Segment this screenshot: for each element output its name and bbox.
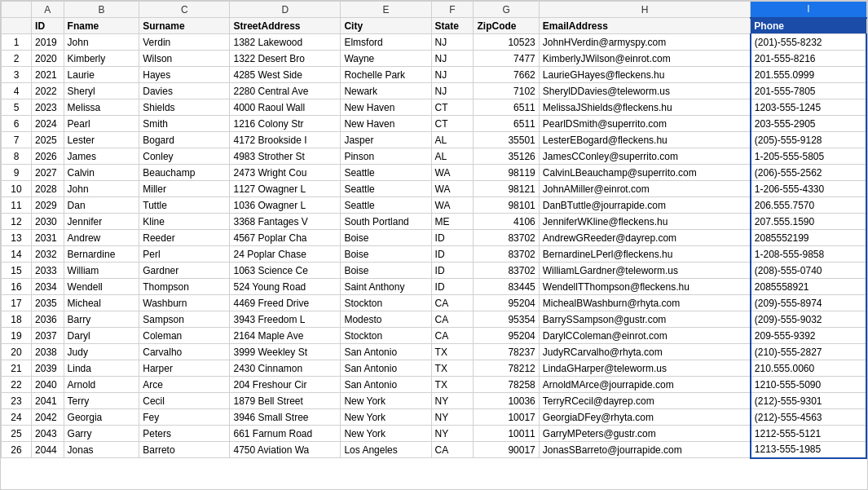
cell-surname[interactable]: Verdin (139, 34, 230, 51)
cell-zip[interactable]: 98119 (474, 165, 539, 181)
cell-fname[interactable]: Melissa (64, 99, 139, 116)
cell-zip[interactable]: 98101 (474, 197, 539, 214)
cell-street[interactable]: 4469 Freed Drive (230, 295, 341, 311)
cell-state[interactable]: NJ (431, 34, 474, 51)
cell-email[interactable]: JonasSBarreto@jourrapide.com (539, 442, 751, 458)
cell-phone[interactable]: 1-208-555-9858 (751, 246, 866, 263)
cell-phone[interactable]: (210)-555-2827 (751, 344, 866, 360)
cell-id[interactable]: 2028 (32, 181, 64, 197)
cell-id[interactable]: 2043 (32, 426, 64, 442)
cell-city[interactable]: San Antonio (341, 377, 431, 393)
cell-street[interactable]: 4750 Aviation Wa (230, 442, 341, 458)
cell-fname[interactable]: John (64, 34, 139, 51)
cell-email[interactable]: GeorgiaDFey@rhyta.com (539, 409, 751, 426)
cell-surname[interactable]: Thompson (139, 279, 230, 295)
cell-id[interactable]: 2020 (32, 51, 64, 67)
cell-surname[interactable]: Smith (139, 116, 230, 132)
cell-zip[interactable]: 6511 (474, 99, 539, 116)
cell-id[interactable]: 2024 (32, 116, 64, 132)
cell-surname[interactable]: Beauchamp (139, 165, 230, 181)
cell-city[interactable]: South Portland (341, 214, 431, 230)
cell-fname[interactable]: Georgia (64, 409, 139, 426)
cell-fname[interactable]: Terry (64, 393, 139, 409)
cell-state[interactable]: CA (431, 295, 474, 311)
cell-fname[interactable]: Laurie (64, 67, 139, 83)
cell-zip[interactable]: 78258 (474, 377, 539, 393)
cell-surname[interactable]: Peters (139, 426, 230, 442)
cell-street[interactable]: 3946 Small Stree (230, 409, 341, 426)
cell-fname[interactable]: Jonas (64, 442, 139, 458)
cell-surname[interactable]: Carvalho (139, 344, 230, 360)
cell-phone[interactable]: (208)-555-0740 (751, 263, 866, 279)
cell-id[interactable]: 2044 (32, 442, 64, 458)
cell-street[interactable]: 1127 Owagner L (230, 181, 341, 197)
cell-street[interactable]: 661 Farnum Road (230, 426, 341, 442)
cell-id[interactable]: 2027 (32, 165, 64, 181)
cell-street[interactable]: 1036 Owagner L (230, 197, 341, 214)
cell-surname[interactable]: Wilson (139, 51, 230, 67)
cell-street[interactable]: 3943 Freedom L (230, 311, 341, 328)
cell-zip[interactable]: 83445 (474, 279, 539, 295)
cell-state[interactable]: ID (431, 279, 474, 295)
cell-state[interactable]: WA (431, 165, 474, 181)
cell-phone[interactable]: (212)-555-9301 (751, 393, 866, 409)
cell-zip[interactable]: 35501 (474, 132, 539, 148)
cell-email[interactable]: ArnoldMArce@jourrapide.com (539, 377, 751, 393)
cell-city[interactable]: Los Angeles (341, 442, 431, 458)
cell-zip[interactable]: 83702 (474, 230, 539, 246)
cell-phone[interactable]: (206)-555-2562 (751, 165, 866, 181)
cell-state[interactable]: AL (431, 132, 474, 148)
cell-surname[interactable]: Gardner (139, 263, 230, 279)
cell-street[interactable]: 524 Young Road (230, 279, 341, 295)
cell-zip[interactable]: 10017 (474, 409, 539, 426)
cell-fname[interactable]: Garry (64, 426, 139, 442)
cell-email[interactable]: LindaGHarper@teleworm.us (539, 360, 751, 377)
cell-state[interactable]: NY (431, 426, 474, 442)
col-letter-b[interactable]: B (64, 2, 139, 18)
cell-city[interactable]: Boise (341, 246, 431, 263)
cell-zip[interactable]: 4106 (474, 214, 539, 230)
cell-street[interactable]: 4172 Brookside I (230, 132, 341, 148)
cell-zip[interactable]: 78212 (474, 360, 539, 377)
cell-zip[interactable]: 98121 (474, 181, 539, 197)
cell-email[interactable]: BarrySSampson@gustr.com (539, 311, 751, 328)
cell-id[interactable]: 2031 (32, 230, 64, 246)
cell-street[interactable]: 4000 Raoul Wall (230, 99, 341, 116)
cell-email[interactable]: JohnAMiller@einrot.com (539, 181, 751, 197)
cell-email[interactable]: JohnHVerdin@armyspy.com (539, 34, 751, 51)
cell-street[interactable]: 1216 Colony Str (230, 116, 341, 132)
cell-state[interactable]: NJ (431, 83, 474, 99)
cell-fname[interactable]: Daryl (64, 328, 139, 344)
cell-surname[interactable]: Shields (139, 99, 230, 116)
cell-fname[interactable]: Bernardine (64, 246, 139, 263)
cell-phone[interactable]: 1-205-555-5805 (751, 148, 866, 165)
cell-fname[interactable]: Calvin (64, 165, 139, 181)
cell-city[interactable]: Newark (341, 83, 431, 99)
cell-city[interactable]: New Haven (341, 99, 431, 116)
col-letter-i[interactable]: I (751, 2, 866, 18)
cell-zip[interactable]: 95204 (474, 295, 539, 311)
cell-id[interactable]: 2034 (32, 279, 64, 295)
cell-email[interactable]: BernardineLPerl@fleckens.hu (539, 246, 751, 263)
cell-zip[interactable]: 7477 (474, 51, 539, 67)
cell-id[interactable]: 2035 (32, 295, 64, 311)
cell-phone[interactable]: (212)-555-4563 (751, 409, 866, 426)
cell-street[interactable]: 2430 Cinnamon (230, 360, 341, 377)
cell-surname[interactable]: Davies (139, 83, 230, 99)
cell-street[interactable]: 4285 West Side (230, 67, 341, 83)
cell-id[interactable]: 2030 (32, 214, 64, 230)
cell-id[interactable]: 2026 (32, 148, 64, 165)
cell-city[interactable]: Pinson (341, 148, 431, 165)
cell-email[interactable]: LaurieGHayes@fleckens.hu (539, 67, 751, 83)
cell-state[interactable]: TX (431, 377, 474, 393)
cell-email[interactable]: WendellTThompson@fleckens.hu (539, 279, 751, 295)
cell-state[interactable]: CA (431, 328, 474, 344)
cell-surname[interactable]: Perl (139, 246, 230, 263)
cell-city[interactable]: New York (341, 426, 431, 442)
cell-surname[interactable]: Harper (139, 360, 230, 377)
cell-state[interactable]: TX (431, 360, 474, 377)
cell-city[interactable]: Stockton (341, 295, 431, 311)
cell-street[interactable]: 1322 Desert Bro (230, 51, 341, 67)
cell-surname[interactable]: Kline (139, 214, 230, 230)
cell-id[interactable]: 2029 (32, 197, 64, 214)
